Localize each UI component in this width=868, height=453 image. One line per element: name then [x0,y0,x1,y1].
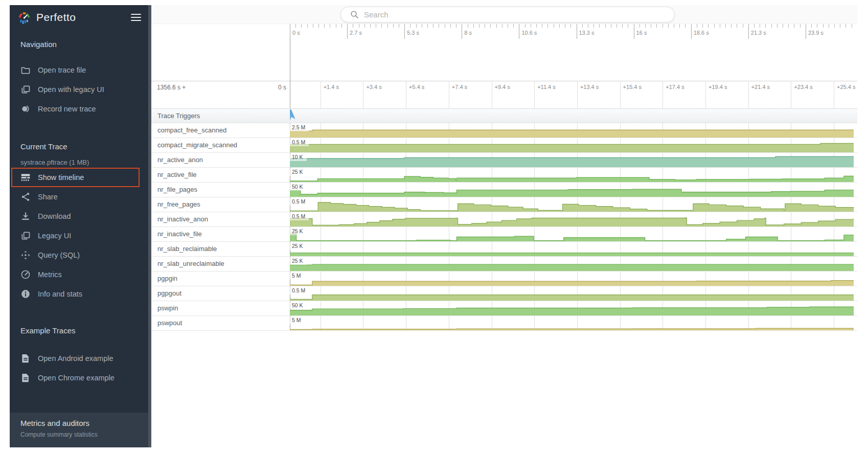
track-name[interactable]: nr_slab_reclaimable [157,245,217,253]
footer-title: Metrics and auditors [20,419,148,427]
track-row-nr-free-pages[interactable]: nr_free_pages0.5 M [151,197,857,212]
overview-ruler-label: 5.3 s [407,30,419,36]
sidebar-item-query-sql-[interactable]: Query (SQL) [10,245,148,265]
hamburger-menu-icon[interactable] [131,12,141,23]
sidebar-item-share[interactable]: Share [10,187,148,207]
overview-ruler-tick [577,24,577,39]
counter-value-label: 25 K [290,228,307,235]
sidebar-item-record-new-trace[interactable]: Record new trace [10,99,148,119]
axis-tick-label: +17.4 s [666,84,684,90]
track-name[interactable]: compact_free_scanned [157,126,226,134]
counter-value-label: 25 K [290,242,307,250]
track-row-pswpout[interactable]: pswpout5 M [151,316,857,331]
track-row-compact-free-scanned[interactable]: compact_free_scanned2.5 M [151,123,857,138]
axis-tick-label: +13.4 s [580,84,599,90]
timeline-rows-icon [20,172,31,183]
track-name[interactable]: nr_active_anon [157,156,203,164]
track-row-pswpin[interactable]: pswpin50 K [151,301,857,316]
axis-tick-label: +19.4 s [709,84,727,90]
overview-ruler-minor-ticks[interactable] [290,24,857,28]
overlapping-windows-icon [20,84,31,95]
info-icon [20,289,31,299]
track-name[interactable]: pswpin [157,304,178,312]
section-title-navigation: Navigation [10,39,148,50]
track-row-nr-active-anon[interactable]: nr_active_anon10 K [151,153,857,168]
track-row-pgpgout[interactable]: pgpgout0.5 M [151,286,857,301]
search-input[interactable] [364,10,640,19]
track-row-nr-inactive-anon[interactable]: nr_inactive_anon0.5 M [151,212,857,227]
axis-tick-label: +3.4 s [366,84,381,90]
search-box[interactable] [340,7,675,22]
counter-chart[interactable] [290,316,854,333]
axis-tick-label: +5.4 s [409,84,424,90]
counter-value-label: 0.5 M [290,198,309,206]
overview-ruler-tick [806,24,806,39]
sidebar-footer-metrics-and-auditors[interactable]: Metrics and auditors Compute summary sta… [10,413,148,447]
counter-value-label: 10 K [290,153,307,161]
track-name[interactable]: nr_slab_unreclaimable [157,260,224,267]
track-row-compact-migrate-scanned[interactable]: compact_migrate_scanned0.5 M [151,138,857,153]
track-name[interactable]: nr_active_file [157,171,197,178]
time-axis-header[interactable]: 1356.6 s + 0 s +1.4 s+3.4 s+5.4 s+7.4 s+… [151,81,857,108]
overview-ruler-label: 0 s [292,30,300,36]
overview-ruler-tick [404,24,405,39]
sidebar-item-info-and-stats[interactable]: Info and stats [10,284,148,304]
overview-ruler-tick [347,24,348,39]
overview-ruler-tick [691,24,692,39]
sidebar-item-label: Query (SQL) [38,251,80,259]
overlapping-windows-icon [20,231,31,241]
sidebar-item-open-with-legacy-ui[interactable]: Open with legacy UI [10,80,148,99]
sidebar-item-download[interactable]: Download [10,207,148,226]
track-row-nr-slab-reclaimable[interactable]: nr_slab_reclaimable25 K [151,242,857,257]
axis-tick-label: +15.4 s [623,84,642,90]
sidebar-item-label: Open with legacy UI [38,85,104,94]
sidebar-item-label: Legacy UI [38,232,71,240]
footer-subtitle: Compute summary statistics [20,431,148,438]
counter-value-label: 0.5 M [290,287,309,295]
axis-tick-label: +11.4 s [537,84,556,90]
overview-ruler-tick [748,24,749,39]
sidebar-item-metrics[interactable]: Metrics [10,265,148,284]
sidebar-item-label: Record new trace [38,105,96,113]
track-name[interactable]: compact_migrate_scanned [157,141,237,149]
timeline-panel: 0 s2.7 s5.3 s8 s10.6 s13.3 s16 s18.6 s21… [151,5,857,447]
axis-tick-label: +1.4 s [324,84,339,90]
sidebar-item-open-chrome-example[interactable]: Open Chrome example [10,368,148,388]
axis-tick-label: +25.4 s [837,84,855,90]
current-trace-filename: systrace.pftrace (1 MB) [10,157,148,168]
perfetto-app: Perfetto NavigationOpen trace fileOpen w… [0,0,868,453]
track-row-nr-active-file[interactable]: nr_active_file25 K [151,168,857,183]
overview-ruler-tick [290,24,290,39]
track-row-pgpgin[interactable]: pgpgin5 M [151,271,857,286]
axis-tick-label: +7.4 s [452,84,467,90]
record-icon [20,104,31,114]
track-name[interactable]: nr_file_pages [157,186,197,193]
track-name[interactable]: nr_inactive_file [157,230,202,238]
track-name[interactable]: pswpout [157,319,182,327]
sidebar-item-open-android-example[interactable]: Open Android example [10,349,148,368]
track-row-nr-inactive-file[interactable]: nr_inactive_file25 K [151,227,857,242]
track-name[interactable]: nr_free_pages [157,200,200,208]
track-name[interactable]: pgpgout [157,289,181,297]
track-row-nr-slab-unreclaimable[interactable]: nr_slab_unreclaimable25 K [151,257,857,271]
overview-ruler-label: 18.6 s [694,30,709,36]
track-row-nr-file-pages[interactable]: nr_file_pages50 K [151,183,857,197]
sidebar-item-legacy-ui[interactable]: Legacy UI [10,226,148,245]
sidebar-item-open-trace-file[interactable]: Open trace file [10,60,148,80]
search-icon [350,10,359,19]
overview-ruler-label: 23.9 s [808,30,824,36]
document-icon [20,373,31,383]
track-name[interactable]: pgpgin [157,275,177,282]
sidebar: Perfetto NavigationOpen trace fileOpen w… [10,5,148,447]
gauge-icon [20,269,31,280]
sidebar-item-label: Share [38,193,58,201]
track-name[interactable]: nr_inactive_anon [157,215,208,223]
sidebar-item-show-timeline[interactable]: Show timeline [11,168,140,187]
section-title-example-traces: Example Traces [10,325,148,336]
track-row-trace-triggers[interactable]: Trace Triggers [151,108,857,123]
track-name[interactable]: Trace Triggers [157,112,200,120]
counter-value-label: 50 K [290,183,307,191]
counter-value-label: 5 M [290,272,305,280]
perfetto-logo-icon [17,11,31,25]
section-title-current-trace: Current Trace [10,141,148,152]
